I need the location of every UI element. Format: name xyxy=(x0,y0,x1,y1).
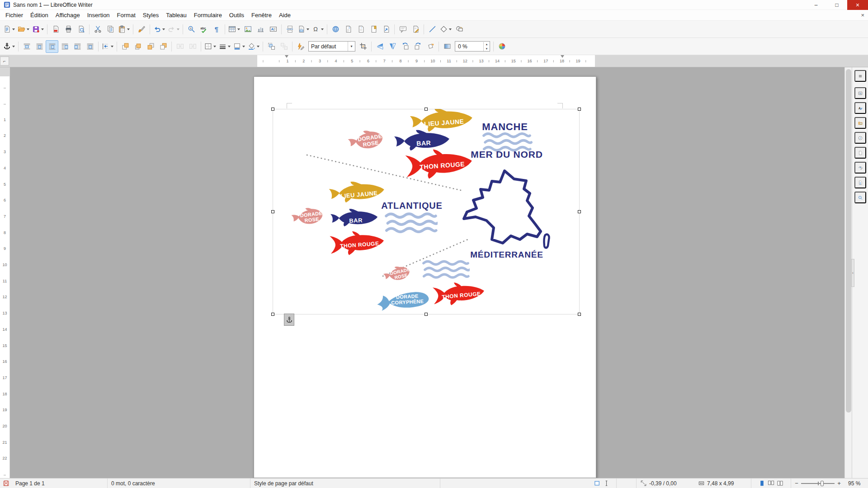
draw-functions-button[interactable] xyxy=(453,23,466,36)
dropdown-caret-icon[interactable] xyxy=(307,28,309,30)
transparency-spinner[interactable]: 0 %▲▼ xyxy=(455,41,490,52)
new-document-button[interactable] xyxy=(2,23,16,36)
rotate-button[interactable] xyxy=(424,40,437,53)
anchor-marker[interactable] xyxy=(284,314,294,326)
sidebar-hide-handle[interactable]: ‹ xyxy=(851,259,854,287)
sidebar-tab-sidebar-menu[interactable] xyxy=(854,70,866,82)
sidebar-tab-styles[interactable]: A xyxy=(854,102,866,114)
special-character-button[interactable]: Ω xyxy=(311,23,325,36)
image-filter-button[interactable] xyxy=(294,40,307,53)
dropdown-caret-icon[interactable] xyxy=(449,28,452,30)
wrap-off-button[interactable] xyxy=(20,40,33,53)
clone-formatting-button[interactable] xyxy=(135,23,148,36)
dropdown-caret-icon[interactable] xyxy=(162,28,165,30)
rotate-right-button[interactable] xyxy=(411,40,424,53)
wrap-optimal-button[interactable] xyxy=(46,40,58,53)
spinner-arrows-icon[interactable]: ▲▼ xyxy=(483,42,490,51)
sidebar-tab-properties[interactable] xyxy=(854,87,866,99)
horizontal-ruler[interactable]: ⌐ 12345678910111213141516171819 xyxy=(0,55,868,67)
align-objects-button[interactable] xyxy=(100,40,115,53)
menu-edition[interactable]: Édition xyxy=(27,10,52,20)
redo-button[interactable] xyxy=(166,23,181,36)
dropdown-caret-icon[interactable] xyxy=(177,28,179,30)
word-count[interactable]: 0 mot, 0 caractère xyxy=(108,479,250,488)
menu-outils[interactable]: Outils xyxy=(226,10,248,20)
print-preview-button[interactable] xyxy=(75,23,87,36)
menu-fenetre[interactable]: Fenêtre xyxy=(248,10,275,20)
selection-handle-top-left[interactable] xyxy=(271,108,274,111)
minimize-window-button[interactable]: – xyxy=(806,0,826,10)
bring-forward-button[interactable] xyxy=(132,40,144,53)
paste-button[interactable] xyxy=(117,23,131,36)
save-button[interactable] xyxy=(31,23,45,36)
track-changes-button[interactable] xyxy=(409,23,422,36)
wrap-after-button[interactable] xyxy=(71,40,84,53)
border-color-button[interactable] xyxy=(232,40,246,53)
zoom-thumb[interactable] xyxy=(821,481,824,486)
dropdown-caret-icon[interactable] xyxy=(321,28,324,30)
dropdown-caret-icon[interactable] xyxy=(111,46,113,47)
print-button[interactable] xyxy=(62,23,75,36)
basic-shapes-button[interactable] xyxy=(439,23,453,36)
formatting-marks-button[interactable]: ¶ xyxy=(210,23,223,36)
rotate-left-button[interactable] xyxy=(399,40,411,53)
right-indent-marker[interactable] xyxy=(561,55,564,58)
wrap-through-button[interactable] xyxy=(84,40,96,53)
borders-button[interactable] xyxy=(203,40,217,53)
insert-textbox-button[interactable]: A xyxy=(267,23,279,36)
vertical-scrollbar[interactable] xyxy=(844,67,852,478)
document-modified-indicator[interactable] xyxy=(0,479,12,488)
sidebar-tab-accessibility-check[interactable] xyxy=(854,177,866,188)
page-break-button[interactable] xyxy=(283,23,296,36)
insert-endnote-button[interactable]: i xyxy=(354,23,367,36)
send-to-back-button[interactable] xyxy=(157,40,170,53)
zoom-out-icon[interactable]: − xyxy=(794,480,799,487)
insert-image-button[interactable] xyxy=(241,23,254,36)
menu-tableau[interactable]: Tableau xyxy=(162,10,190,20)
selection-mode[interactable] xyxy=(590,479,617,488)
insert-line-button[interactable] xyxy=(426,23,439,36)
page-count[interactable]: Page 1 de 1 xyxy=(12,479,108,488)
selection-handle-bottom-right[interactable] xyxy=(578,313,581,316)
vertical-ruler[interactable]: 12345678910111213141516171819202122 xyxy=(0,67,10,478)
anchor-button[interactable] xyxy=(2,40,16,53)
left-indent-marker[interactable] xyxy=(285,55,288,58)
flip-horizontal-button[interactable] xyxy=(386,40,399,53)
menu-format[interactable]: Format xyxy=(113,10,139,20)
dropdown-caret-icon[interactable] xyxy=(237,28,240,30)
page-style[interactable]: Style de page par défaut xyxy=(250,479,440,488)
zoom-in-icon[interactable]: + xyxy=(836,480,842,487)
menu-formulaire[interactable]: Formulaire xyxy=(190,10,226,20)
close-document-icon[interactable]: × xyxy=(861,10,864,21)
sidebar-tab-find[interactable] xyxy=(854,192,866,203)
dropdown-caret-icon[interactable] xyxy=(242,46,245,47)
color-settings-button[interactable] xyxy=(495,40,508,53)
selection-handle-bottom-left[interactable] xyxy=(271,313,274,316)
dropdown-caret-icon[interactable] xyxy=(12,28,15,30)
selection-handle-top-right[interactable] xyxy=(578,108,581,111)
maximize-window-button[interactable]: □ xyxy=(826,0,847,10)
dropdown-caret-icon[interactable] xyxy=(213,46,216,47)
dropdown-caret-icon[interactable] xyxy=(228,46,231,47)
export-pdf-button[interactable] xyxy=(49,23,62,36)
copy-button[interactable] xyxy=(104,23,117,36)
ungroup-button[interactable] xyxy=(278,40,290,53)
insert-chart-button[interactable] xyxy=(254,23,267,36)
dropdown-caret-icon[interactable] xyxy=(27,28,29,30)
cut-button[interactable] xyxy=(91,23,104,36)
document-page[interactable]: MANCHEMER DU NORDATLANTIQUEMÉDITERRANÉEL… xyxy=(254,76,596,478)
insert-table-button[interactable] xyxy=(227,23,241,36)
scrollbar-thumb[interactable] xyxy=(846,69,851,413)
flip-vertical-button[interactable] xyxy=(373,40,386,53)
cross-reference-button[interactable] xyxy=(380,23,392,36)
menu-styles[interactable]: Styles xyxy=(139,10,162,20)
dropdown-caret-icon[interactable] xyxy=(257,46,259,47)
dropdown-caret-icon[interactable] xyxy=(41,28,44,30)
signature-status[interactable] xyxy=(617,479,637,488)
menu-insertion[interactable]: Insertion xyxy=(84,10,113,20)
spelling-button[interactable]: abc xyxy=(198,23,210,36)
sidebar-tab-navigator[interactable] xyxy=(854,132,866,144)
close-window-button[interactable]: × xyxy=(847,0,868,10)
dropdown-caret-icon[interactable] xyxy=(127,28,130,30)
menu-aide[interactable]: Aide xyxy=(275,10,294,20)
